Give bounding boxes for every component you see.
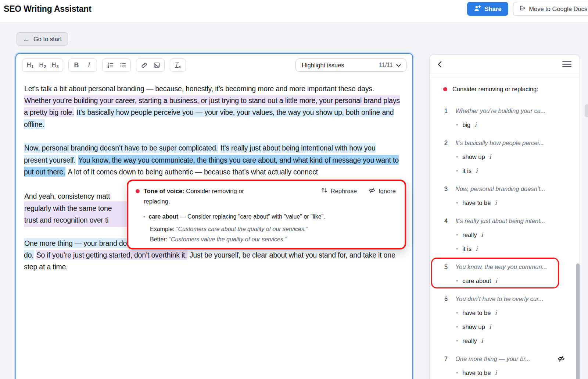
heading-buttons-group: H1 H2 H3 — [22, 59, 63, 72]
popup-better-line: Better: “Customers value the quality of … — [150, 234, 396, 245]
issue-count: 11/11 — [379, 62, 393, 68]
popup-example-line: Example: “Customers care about the quali… — [150, 224, 396, 234]
ordered-list-icon[interactable] — [104, 60, 116, 70]
issue-term-row: •reallyi — [444, 334, 572, 348]
clear-formatting-button[interactable]: Tx — [172, 60, 184, 70]
sidebar-issue-item[interactable]: 2It’s basically how people percei...•sho… — [444, 136, 572, 178]
issue-term[interactable]: have to be — [462, 306, 491, 320]
issue-term[interactable]: care about — [462, 274, 491, 288]
sidebar-scrollbar-thumb[interactable] — [576, 263, 580, 379]
italic-button[interactable]: I — [83, 60, 95, 70]
popup-description: — Consider replacing "care about" with "… — [178, 213, 325, 220]
export-list-arrow-icon — [519, 5, 526, 13]
issue-term-row: •show upi — [444, 150, 572, 164]
sidebar-issue-list: 1Whether you’re building your ca...•bigi… — [444, 104, 572, 379]
info-icon[interactable]: i — [476, 164, 477, 178]
info-icon[interactable]: i — [476, 242, 477, 256]
bullet-dot: • — [456, 196, 458, 210]
highlight-issues-dropdown[interactable]: Highlight issues 11/11 — [295, 59, 406, 72]
issue-sentence[interactable]: Now, personal branding doesn’t... — [455, 182, 545, 196]
issue-term-row: •reallyi — [444, 228, 572, 242]
info-icon[interactable]: i — [495, 306, 496, 320]
share-button-label: Share — [484, 6, 501, 13]
rephrase-label: Rephrase — [331, 187, 357, 195]
issue-number: 6 — [444, 292, 449, 306]
issue-number: 1 — [444, 104, 449, 118]
heading-1-button[interactable]: H1 — [24, 60, 36, 70]
doc-text-segment: Let’s talk a bit about personal branding… — [24, 84, 374, 93]
sidebar-issue-item[interactable]: 1Whether you’re building your ca...•bigi — [444, 104, 572, 132]
issue-sentence[interactable]: Whether you’re building your ca... — [455, 104, 546, 118]
info-icon[interactable]: i — [481, 334, 483, 348]
info-icon[interactable]: i — [481, 228, 483, 242]
info-icon[interactable]: i — [495, 366, 496, 379]
doc-highlight-purple[interactable]: So if you’re just getting started, don’t… — [36, 250, 187, 260]
info-icon[interactable]: i — [489, 150, 491, 164]
go-to-start-button[interactable]: ← Go to start — [17, 32, 68, 46]
popup-term: care about — [148, 213, 178, 220]
issue-number: 4 — [444, 214, 449, 228]
bullet-dot: • — [456, 228, 458, 242]
doc-highlight-purple[interactable]: trust and recognition over ti — [24, 213, 128, 227]
ignore-button[interactable]: Ignore — [369, 187, 396, 195]
person-plus-icon — [474, 5, 481, 13]
issue-term[interactable]: have to be — [462, 366, 491, 379]
info-icon[interactable]: i — [495, 196, 496, 210]
issue-red-dot — [136, 189, 140, 193]
heading-2-button[interactable]: H2 — [36, 60, 49, 70]
issue-sentence[interactable]: It’s really just about being intent... — [455, 214, 545, 228]
issue-number: 2 — [444, 136, 449, 150]
issue-sentence[interactable]: One more thing — your br... — [455, 352, 530, 366]
issue-term[interactable]: show up — [462, 150, 485, 164]
bold-button[interactable]: B — [70, 60, 83, 70]
info-icon[interactable]: i — [495, 274, 497, 288]
issue-sentence[interactable]: It’s basically how people percei... — [455, 136, 544, 150]
issue-term[interactable]: it is — [462, 242, 472, 256]
sidebar-issue-item[interactable]: 4It’s really just about being intent...•… — [444, 214, 572, 256]
arrow-left-icon: ← — [23, 36, 30, 43]
issue-term[interactable]: really — [462, 334, 477, 348]
link-icon[interactable] — [138, 60, 150, 70]
issue-term[interactable]: it is — [462, 164, 472, 178]
sidebar-issue-item[interactable]: 5You know, the way you commun...•care ab… — [444, 260, 572, 288]
chevron-left-icon[interactable] — [438, 61, 442, 68]
doc-paragraph[interactable]: Now, personal branding doesn’t have to b… — [24, 142, 401, 178]
go-to-start-label: Go to start — [33, 36, 62, 43]
image-icon[interactable] — [150, 60, 163, 70]
info-icon[interactable]: i — [489, 320, 491, 334]
better-quote: “Customers value the quality of our serv… — [169, 236, 287, 242]
issue-term[interactable]: big — [462, 118, 470, 132]
bullet-dot: • — [456, 274, 458, 288]
bullet-dot: • — [456, 334, 458, 348]
unordered-list-icon[interactable] — [116, 60, 129, 70]
hamburger-menu-icon[interactable] — [562, 61, 571, 67]
bullet-dot: • — [456, 242, 458, 256]
page-title: SEO Writing Assistant — [4, 2, 92, 16]
issue-term[interactable]: have to be — [462, 196, 491, 210]
doc-highlight-blue[interactable]: It’s basically how people perceive you —… — [24, 107, 394, 129]
issue-sentence[interactable]: You know, the way you commun... — [455, 260, 547, 274]
swap-arrows-icon — [321, 187, 327, 195]
popup-suggestion: • care about — Consider replacing "care … — [143, 212, 396, 222]
issue-number: 5 — [444, 260, 449, 274]
eye-slash-icon[interactable] — [557, 356, 565, 362]
doc-paragraph[interactable]: Let’s talk a bit about personal branding… — [24, 82, 401, 130]
page-scrollbar-thumb[interactable] — [585, 104, 588, 117]
move-to-google-docs-button[interactable]: Move to Google Docs — [513, 2, 588, 16]
issue-sentence[interactable]: You don’t have to be overly cur... — [455, 292, 544, 306]
issue-term[interactable]: really — [462, 228, 477, 242]
top-header: SEO Writing Assistant Share Move to Goog… — [0, 0, 588, 23]
sidebar-issue-item[interactable]: 7One more thing — your br...•have to bei — [444, 352, 572, 379]
issue-term-row: •bigi — [444, 118, 572, 132]
issues-sidebar: Consider removing or replacing: 1Whether… — [429, 54, 580, 379]
share-button[interactable]: Share — [467, 2, 508, 16]
sidebar-issue-item[interactable]: 3Now, personal branding doesn’t...•have … — [444, 182, 572, 210]
issue-term[interactable]: show up — [462, 320, 485, 334]
doc-highlight-blue[interactable]: Now, personal branding doesn’t have to b… — [24, 143, 218, 153]
rephrase-button[interactable]: Rephrase — [321, 187, 357, 195]
heading-3-button[interactable]: H3 — [49, 60, 61, 70]
sidebar-issue-item[interactable]: 6You don’t have to be overly cur...•have… — [444, 292, 572, 348]
info-icon[interactable]: i — [474, 118, 476, 132]
sidebar-content: Consider removing or replacing: 1Whether… — [430, 77, 580, 379]
issue-term-row: •it isi — [444, 164, 572, 178]
